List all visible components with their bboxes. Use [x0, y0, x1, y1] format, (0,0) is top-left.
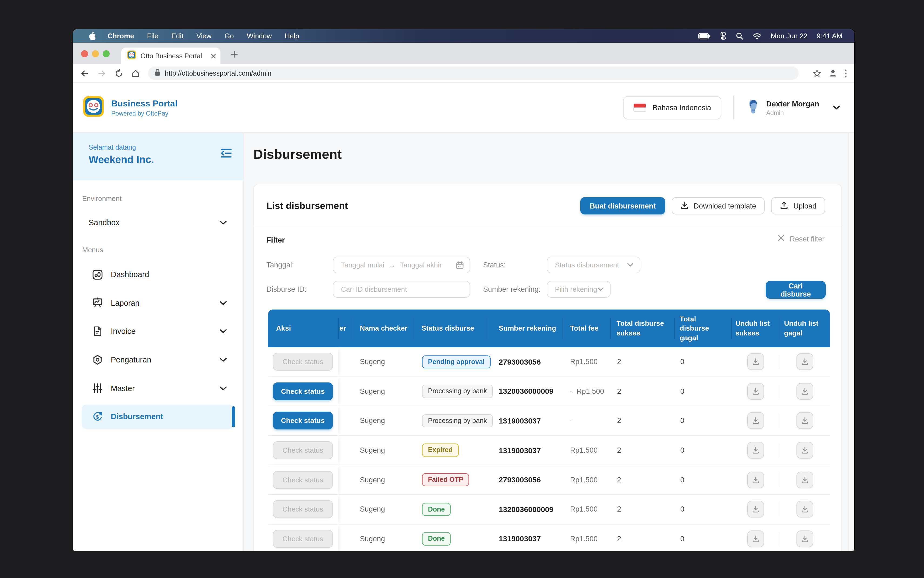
disburse-id-input[interactable]: [333, 281, 470, 298]
browser-tab[interactable]: Otto Business Portal: [121, 47, 221, 64]
tab-close-icon[interactable]: [211, 51, 216, 61]
url-bar[interactable]: http://ottobusinessportal.com/admin: [148, 67, 799, 80]
rekening-cell: 1319003037: [487, 436, 562, 465]
menubar-item-go[interactable]: Go: [224, 32, 234, 40]
rekening-dropdown[interactable]: Pilih rekening: [547, 281, 611, 298]
status-badge: Done: [422, 532, 451, 546]
window-zoom-button[interactable]: [103, 50, 110, 57]
language-selector[interactable]: Bahasa Indonesia: [623, 96, 721, 119]
menubar-item-window[interactable]: Window: [247, 32, 272, 40]
download-gagal-button[interactable]: [796, 471, 813, 488]
check-status-button[interactable]: Check status: [273, 441, 333, 459]
check-status-button[interactable]: Check status: [273, 530, 333, 548]
back-button[interactable]: [80, 69, 89, 78]
environment-selector[interactable]: Sandbox: [73, 213, 243, 232]
create-disbursement-button[interactable]: Buat disbursement: [581, 197, 665, 214]
page-scrollbar[interactable]: [848, 133, 854, 551]
download-gagal-cell: [780, 495, 830, 524]
column-header-total-disburse-sukses: Total disburse sukses: [610, 310, 674, 347]
menubar-date[interactable]: Mon Jun 22: [771, 32, 807, 40]
check-status-button[interactable]: Check status: [273, 471, 333, 489]
table-row: Check status Sugeng Done 1320036000009 R…: [268, 495, 830, 524]
card-title: List disbursement: [266, 200, 348, 211]
checker-cell: Sugeng: [352, 436, 413, 465]
reset-filter-button[interactable]: Reset filter: [778, 234, 825, 243]
spotlight-search-icon[interactable]: [736, 32, 744, 40]
rekening-cell: 1320036000009: [487, 377, 562, 406]
download-sukses-button[interactable]: [747, 442, 764, 459]
menubar-time[interactable]: 9:41 AM: [817, 32, 843, 40]
download-gagal-button[interactable]: [796, 354, 813, 370]
profile-icon[interactable]: [828, 68, 838, 78]
sidebar-item-pengaturan[interactable]: Pengaturan: [73, 346, 243, 374]
check-status-button[interactable]: Check status: [273, 412, 333, 430]
sidebar-item-dashboard[interactable]: Dashboard: [73, 260, 243, 289]
checker-cell: Sugeng: [352, 495, 413, 524]
download-sukses-button[interactable]: [747, 354, 764, 370]
page-title: Disbursement: [253, 147, 342, 162]
rekening-cell: 2793003056: [487, 465, 562, 494]
control-center-icon[interactable]: [720, 32, 727, 40]
window-close-button[interactable]: [81, 50, 88, 57]
download-sukses-button[interactable]: [747, 383, 764, 400]
new-tab-button[interactable]: [229, 49, 239, 59]
download-gagal-button[interactable]: [796, 531, 813, 547]
download-gagal-button[interactable]: [796, 501, 813, 518]
disburse-id-field[interactable]: [333, 281, 469, 297]
welcome-panel: Selamat datang Weekend Inc.: [73, 133, 243, 180]
sidebar-item-master[interactable]: Master: [73, 374, 243, 403]
sidebar-collapse-icon[interactable]: [221, 149, 232, 160]
check-status-button[interactable]: Check status: [273, 382, 333, 400]
apple-menu-icon[interactable]: [88, 32, 96, 40]
forward-button[interactable]: [97, 69, 106, 78]
upload-button[interactable]: Upload: [771, 197, 825, 214]
reload-button[interactable]: [115, 69, 123, 78]
chevron-down-icon: [219, 357, 227, 362]
bookmark-star-icon[interactable]: [813, 69, 821, 78]
download-sukses-cell: [731, 465, 780, 494]
fee-cell: Rp1.500: [562, 495, 610, 524]
download-sukses-button[interactable]: [747, 501, 764, 518]
home-button[interactable]: [131, 69, 140, 78]
sidebar-item-disbursement[interactable]: $ Disbursement: [73, 403, 243, 431]
wifi-icon[interactable]: [753, 32, 762, 39]
mac-screen: Chrome File Edit View Go Window Help: [73, 29, 854, 551]
check-status-button[interactable]: Check status: [273, 353, 333, 371]
ottopay-logo: [83, 96, 104, 119]
sliders-icon: [92, 382, 103, 394]
menubar-item-file[interactable]: File: [147, 32, 158, 40]
fee-cell: Rp1.500: [562, 465, 610, 494]
sidebar-item-invoice[interactable]: Invoice: [73, 317, 243, 346]
user-chevron-down-icon[interactable]: [833, 106, 840, 110]
aksi-cell: Check status: [268, 347, 338, 376]
download-sukses-button[interactable]: [747, 471, 764, 488]
menubar-app-name[interactable]: Chrome: [107, 32, 134, 40]
download-sukses-cell: [731, 377, 780, 406]
status-dropdown[interactable]: Status disbursement: [547, 257, 640, 273]
date-range-input[interactable]: Tanggal mulai → Tanggal akhir: [333, 257, 470, 273]
download-gagal-button[interactable]: [796, 412, 813, 429]
download-gagal-button[interactable]: [796, 442, 813, 459]
disbursement-card: List disbursement Buat disbursement Down…: [253, 183, 842, 551]
menubar-item-edit[interactable]: Edit: [171, 32, 184, 40]
download-sukses-button[interactable]: [747, 412, 764, 429]
check-status-button[interactable]: Check status: [273, 500, 333, 518]
lock-icon: [154, 68, 161, 78]
download-gagal-button[interactable]: [796, 383, 813, 400]
menubar-item-help[interactable]: Help: [285, 32, 299, 40]
menubar-item-view[interactable]: View: [196, 32, 211, 40]
download-icon: [680, 201, 689, 211]
browser-menu-icon[interactable]: [844, 69, 847, 78]
sidebar-item-laporan[interactable]: Laporan: [73, 289, 243, 317]
user-menu[interactable]: Dexter Morgan Admin: [746, 99, 840, 117]
search-disburse-button[interactable]: Cari disburse: [766, 281, 826, 299]
window-minimize-button[interactable]: [92, 50, 99, 57]
status-badge: Expired: [422, 444, 459, 457]
brand-subtitle: Powered by OttoPay: [111, 110, 177, 117]
chevron-down-icon: [598, 287, 604, 291]
download-template-button[interactable]: Download template: [671, 197, 765, 214]
disburse-id-label: Disburse ID:: [266, 285, 307, 293]
download-sukses-button[interactable]: [747, 531, 764, 547]
download-sukses-cell: [731, 347, 780, 376]
status-badge: Done: [422, 503, 451, 516]
